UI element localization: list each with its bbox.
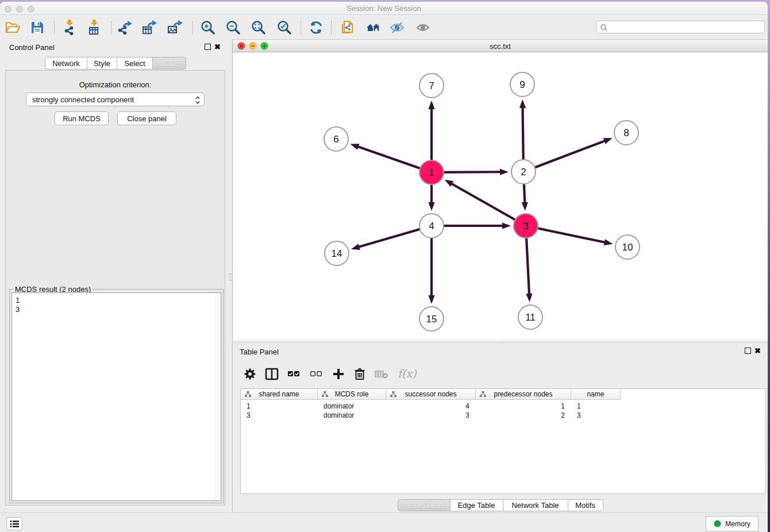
optimization-criterion-label: Optimization criterion: [6, 80, 225, 89]
column-header-name[interactable]: name [571, 389, 621, 400]
table-panel-window-buttons: ✖ [745, 348, 761, 354]
deselect-all-rows-button[interactable] [309, 367, 324, 381]
edge-arrow-3-11 [526, 294, 532, 302]
export-network-icon [117, 20, 133, 36]
mcds-result-text[interactable]: 13 [11, 292, 221, 501]
tab-select[interactable]: Select [117, 57, 153, 70]
node-label-2: 2 [521, 167, 526, 178]
node-label-6: 6 [333, 134, 338, 145]
tab-network-table[interactable]: Network Table [503, 499, 568, 511]
toolbar-separator [54, 21, 55, 34]
export-table-button[interactable] [141, 19, 159, 36]
node-label-11: 11 [525, 312, 536, 323]
criterion-value: strongly connected component [32, 95, 134, 104]
apply-layout-button[interactable] [307, 19, 325, 36]
delete-column-icon [353, 368, 366, 380]
column-header-shared-name[interactable]: shared name [241, 389, 318, 400]
import-table-button[interactable] [86, 19, 103, 36]
criterion-select[interactable]: strongly connected component [26, 92, 205, 106]
network-graph: 7968124314101511 [233, 52, 768, 342]
first-neighbors-icon [365, 20, 382, 36]
first-neighbors-button[interactable] [365, 19, 382, 36]
show-all-icon [415, 20, 431, 36]
cell-0-4[interactable]: 1 [577, 402, 621, 411]
deselect-all-rows-icon [310, 368, 324, 380]
cell-0-2[interactable]: 4 [386, 402, 469, 411]
node-label-9: 9 [519, 79, 525, 90]
cell-1-3[interactable]: 2 [476, 411, 565, 421]
clone-network-button[interactable] [340, 19, 357, 36]
network-view-window: scc.txt 7968124314101511 [232, 39, 768, 342]
zoom-selected-button[interactable] [276, 19, 293, 36]
export-image-button[interactable] [167, 19, 184, 36]
control-panel-float-button[interactable] [205, 44, 211, 50]
zoom-fit-icon [251, 20, 267, 36]
delete-column-button[interactable] [353, 367, 367, 381]
mcds-result-lines: 13 [16, 296, 221, 314]
cell-1-4[interactable]: 3 [577, 411, 621, 421]
app-titlebar[interactable]: Session: New Session [0, 2, 768, 15]
table-panel: Table Panel ✖ f(x) shared nameMCDS roles… [232, 342, 768, 512]
apply-layout-icon [308, 20, 324, 36]
function-builder-button[interactable]: f(x) [396, 367, 419, 381]
column-settings-button[interactable] [243, 367, 257, 381]
node-table: shared nameMCDS rolesuccessor nodesprede… [240, 388, 766, 494]
cell-0-0[interactable]: 1 [247, 402, 318, 411]
edge-arrow-4-3 [502, 222, 511, 229]
close-panel-button[interactable]: Close panel [117, 111, 176, 125]
mcds-result-line: 3 [16, 305, 221, 314]
edge-arrow-2-9 [519, 99, 526, 108]
save-session-button[interactable] [29, 19, 46, 36]
tab-node-table[interactable]: Node Table [398, 499, 451, 511]
show-all-button[interactable] [414, 19, 432, 36]
memory-status-icon [714, 520, 721, 527]
import-network-icon [61, 20, 78, 36]
import-network-button[interactable] [61, 19, 78, 36]
column-header-MCDS-role[interactable]: MCDS role [318, 389, 386, 400]
cell-0-3[interactable]: 1 [476, 402, 565, 411]
zoom-in-button[interactable] [199, 19, 217, 36]
network-view-titlebar[interactable]: scc.txt [233, 40, 768, 52]
edge-2-8[interactable] [523, 141, 606, 172]
network-canvas[interactable]: 7968124314101511 [233, 52, 768, 342]
add-column-icon [332, 368, 345, 380]
memory-button[interactable]: Memory [706, 516, 759, 531]
zoom-fit-button[interactable] [250, 19, 267, 36]
tab-style[interactable]: Style [87, 57, 117, 70]
control-panel-close-button[interactable]: ✖ [214, 44, 221, 50]
tab-network[interactable]: Network [45, 57, 87, 70]
memory-label: Memory [725, 520, 750, 528]
open-session-button[interactable] [4, 19, 21, 36]
split-view-button[interactable] [264, 367, 279, 381]
network-view-title: scc.txt [233, 42, 768, 51]
run-mcds-button[interactable]: Run MCDS [55, 111, 109, 125]
mcds-result-scrollbar[interactable] [214, 294, 220, 500]
tab-edge-table[interactable]: Edge Table [451, 499, 503, 511]
select-all-rows-button[interactable] [287, 367, 302, 381]
edge-3-1[interactable] [451, 183, 526, 226]
cell-1-1[interactable]: dominator [324, 411, 386, 421]
table-panel-close-button[interactable]: ✖ [754, 348, 761, 354]
tab-mcds[interactable]: MCDS [153, 57, 186, 70]
cell-1-2[interactable]: 3 [386, 411, 469, 421]
task-list-icon [10, 520, 19, 528]
canvas-bottom-shadow [233, 339, 768, 342]
zoom-in-icon [200, 20, 216, 36]
column-header-successor-nodes[interactable]: successor nodes [386, 389, 476, 400]
cell-1-0[interactable]: 3 [247, 411, 318, 421]
tab-motifs[interactable]: Motifs [568, 499, 603, 511]
hide-selected-button[interactable] [388, 19, 406, 36]
table-panel-float-button[interactable] [745, 348, 751, 354]
delete-table-button[interactable] [374, 367, 389, 381]
add-column-button[interactable] [332, 367, 345, 381]
search-input[interactable] [596, 21, 765, 33]
export-network-button[interactable] [117, 19, 134, 36]
column-header-predecessor-nodes[interactable]: predecessor nodes [476, 389, 571, 400]
clone-network-icon [340, 20, 356, 36]
export-table-icon [142, 20, 158, 36]
main-toolbar [0, 15, 768, 39]
task-history-button[interactable] [6, 517, 22, 530]
toolbar-separator [111, 21, 111, 34]
cell-0-1[interactable]: dominator [324, 402, 386, 411]
zoom-out-button[interactable] [225, 19, 242, 36]
